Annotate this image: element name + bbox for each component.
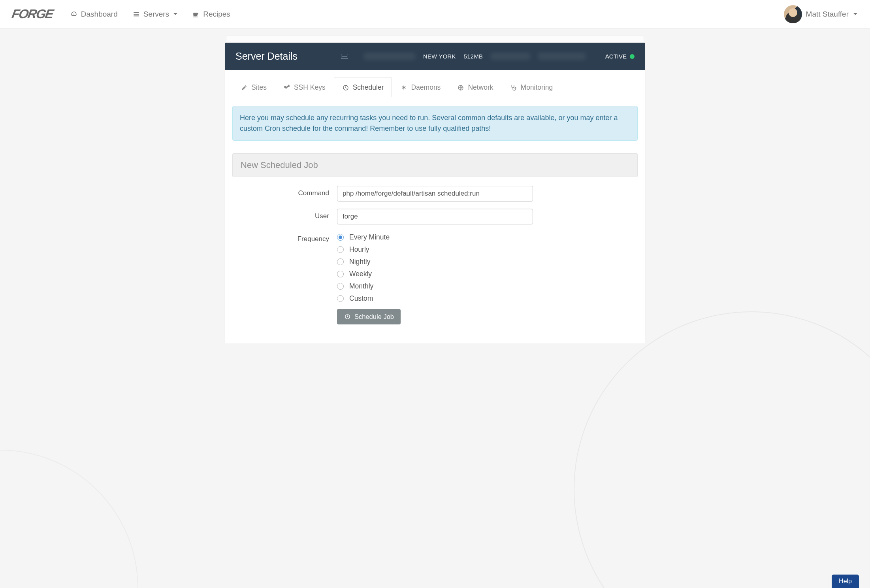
svg-point-5 [515,88,516,89]
top-navbar: FORGE Dashboard Servers Recipes Matt Sta… [0,0,870,28]
server-tabs: Sites SSH Keys Scheduler Daemons Network… [225,77,645,97]
user-name: Matt Stauffer [806,10,849,19]
nav-recipes[interactable]: Recipes [186,6,237,23]
tab-scheduler-label: Scheduler [353,83,384,92]
hdd-icon [341,54,348,59]
schedule-job-button[interactable]: Schedule Job [337,309,401,324]
tab-sites-label: Sites [251,83,267,92]
frequency-radio[interactable] [337,234,344,241]
coffee-icon [192,11,200,18]
frequency-option-custom[interactable]: Custom [337,294,533,303]
blurred-server-name [364,53,415,60]
nav-servers[interactable]: Servers [126,6,184,23]
svg-rect-0 [134,12,139,13]
tab-sites[interactable]: Sites [232,77,275,97]
bars-icon [133,11,140,18]
nav-items: Dashboard Servers Recipes [64,6,237,23]
asterisk-icon [400,84,407,91]
tab-network-label: Network [468,83,493,92]
svg-rect-1 [134,14,139,15]
frequency-option-label: Nightly [349,258,371,266]
frequency-option-every-minute[interactable]: Every Minute [337,233,533,241]
tab-daemons-label: Daemons [411,83,441,92]
frequency-radio[interactable] [337,295,344,302]
caret-down-icon [853,13,857,15]
server-status: ACTIVE [605,53,627,60]
globe-icon [457,84,464,91]
info-alert: Here you may schedule any recurring task… [232,106,638,141]
nav-servers-label: Servers [143,10,169,19]
nav-dashboard[interactable]: Dashboard [64,6,124,23]
clock-icon [344,313,351,320]
status-dot-icon [630,54,635,59]
frequency-option-hourly[interactable]: Hourly [337,245,533,254]
frequency-radio[interactable] [337,283,344,290]
section-header: New Scheduled Job [232,153,638,177]
panel-title: Server Details [235,51,298,62]
blurred-provider [538,53,586,60]
frequency-option-label: Hourly [349,245,369,254]
nav-user[interactable]: Matt Stauffer [784,5,867,23]
command-input[interactable] [337,186,533,202]
tab-monitoring[interactable]: Monitoring [502,77,561,97]
tab-daemons[interactable]: Daemons [392,77,449,97]
frequency-option-weekly[interactable]: Weekly [337,270,533,278]
svg-rect-2 [134,15,139,16]
frequency-option-label: Monthly [349,282,373,290]
scheduled-job-form: Command User Frequency Every MinuteHourl… [232,177,638,324]
nav-dashboard-label: Dashboard [81,10,118,19]
frequency-radio[interactable] [337,246,344,253]
server-location: NEW YORK [423,53,456,60]
tab-scheduler[interactable]: Scheduler [334,77,392,97]
tab-network[interactable]: Network [449,77,501,97]
schedule-job-label: Schedule Job [354,313,394,320]
blurred-ip [491,53,530,60]
avatar [784,5,802,23]
command-label: Command [232,186,337,197]
frequency-label: Frequency [232,232,337,243]
user-label: User [232,209,337,220]
frequency-option-label: Custom [349,294,373,303]
frequency-radio[interactable] [337,258,344,265]
tab-ssh-keys[interactable]: SSH Keys [275,77,334,97]
frequency-option-monthly[interactable]: Monthly [337,282,533,290]
server-details-header: Server Details NEW YORK 512MB ACTIVE [225,43,645,70]
gauge-icon [70,11,77,18]
tab-ssh-label: SSH Keys [294,83,326,92]
tab-monitoring-label: Monitoring [521,83,553,92]
user-input[interactable] [337,209,533,224]
server-memory: 512MB [464,53,483,60]
ghost-bar [226,36,644,43]
frequency-radio[interactable] [337,271,344,277]
caret-down-icon [173,13,177,15]
edit-icon [241,84,248,91]
stethoscope-icon [510,84,517,91]
clock-icon [342,84,349,91]
frequency-option-label: Weekly [349,270,372,278]
brand-logo[interactable]: FORGE [2,7,65,21]
frequency-option-label: Every Minute [349,233,390,241]
nav-recipes-label: Recipes [203,10,230,19]
key-icon [283,84,290,91]
frequency-option-nightly[interactable]: Nightly [337,258,533,266]
